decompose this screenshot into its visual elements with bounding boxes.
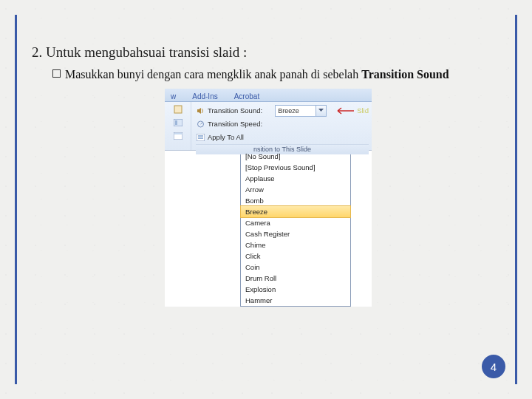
apply-to-all-icon (196, 133, 205, 142)
powerpoint-ribbon-fragment: w Add-Ins Acrobat (165, 89, 372, 307)
svg-rect-4 (174, 133, 182, 134)
bullet-text: Masukkan bunyi dengan cara mengklik anak… (65, 66, 449, 83)
svg-rect-7 (198, 135, 203, 137)
transition-sound-label: Transition Sound: (208, 106, 262, 115)
svg-rect-2 (175, 120, 177, 125)
apply-to-all-label: Apply To All (208, 133, 244, 141)
transition-sound-dropdown[interactable]: [No Sound] [Stop Previous Sound] Applaus… (240, 150, 351, 307)
dropdown-item[interactable]: Cash Register (241, 228, 350, 239)
preview-icon[interactable] (173, 118, 183, 127)
apply-to-all-row[interactable]: Apply To All (196, 131, 369, 144)
svg-rect-8 (198, 137, 203, 139)
dropdown-item[interactable]: Arrow (241, 184, 350, 195)
bullet-item: Masukkan bunyi dengan cara mengklik anak… (52, 66, 466, 83)
page-number: 4 (491, 361, 497, 373)
dropdown-item[interactable]: Hammer (241, 295, 350, 306)
ribbon-tab-acrobat[interactable]: Acrobat (231, 92, 262, 101)
ribbon-tab-strip: w Add-Ins Acrobat (165, 89, 372, 102)
right-hint: Slid (357, 106, 369, 115)
slide-frame: 2. Untuk mengubahsuai transisi slaid : M… (15, 15, 517, 384)
bullet-lead: Masukkan bunyi dengan cara mengklik anak… (65, 68, 361, 81)
ribbon-body: Transition Sound: Breeze Slid (165, 102, 372, 151)
ribbon-tab-addins[interactable]: Add-Ins (189, 92, 220, 101)
ribbon-tab[interactable]: w (168, 92, 179, 101)
svg-rect-0 (174, 106, 182, 113)
dropdown-item[interactable]: Coin (241, 262, 350, 273)
effect-options-icon[interactable] (173, 105, 183, 114)
dropdown-item[interactable]: Camera (241, 217, 350, 228)
speed-icon (196, 120, 205, 129)
embedded-screenshot: w Add-Ins Acrobat (165, 89, 372, 307)
transition-speed-label: Transition Speed: (208, 120, 262, 128)
dropdown-item-selected[interactable]: Breeze (240, 205, 351, 218)
bullet-bold: Transition Sound (361, 68, 449, 81)
transition-sound-combo[interactable]: Breeze (275, 105, 327, 117)
callout-red-arrow-icon (332, 107, 354, 115)
svg-rect-1 (174, 119, 183, 126)
chevron-down-icon (318, 109, 324, 112)
checkbox-bullet-icon (52, 69, 61, 78)
ribbon-group-caption: nsition to This Slide (196, 144, 369, 154)
dropdown-item[interactable]: Applause (241, 173, 350, 184)
section-heading: 2. Untuk mengubahsuai transisi slaid : (32, 44, 500, 61)
dropdown-item[interactable]: Bomb (241, 195, 350, 206)
sound-icon (196, 106, 205, 115)
transition-sound-value[interactable]: Breeze (275, 105, 316, 117)
dropdown-item[interactable]: Chime (241, 239, 350, 250)
transition-sound-dropdown-button[interactable] (316, 105, 327, 117)
transition-speed-row: Transition Speed: (196, 117, 369, 131)
page-number-badge: 4 (482, 355, 505, 378)
dropdown-item[interactable]: Click (241, 250, 350, 262)
apply-all-icon[interactable] (173, 132, 183, 140)
dropdown-item[interactable]: Explosion (241, 284, 350, 295)
dropdown-item[interactable]: Drum Roll (241, 273, 350, 284)
ribbon-group-transition: Transition Sound: Breeze Slid (191, 102, 372, 150)
transition-sound-row: Transition Sound: Breeze Slid (196, 104, 369, 117)
ribbon-group-left (165, 102, 191, 150)
dropdown-item[interactable]: [Stop Previous Sound] (241, 162, 350, 173)
